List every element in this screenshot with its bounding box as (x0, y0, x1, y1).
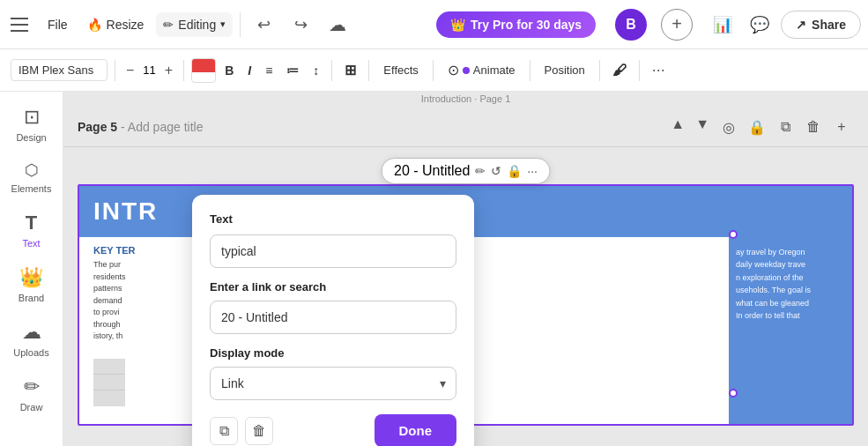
page-tag: 20 - Untitled ✏ ↺ 🔒 ··· (381, 158, 551, 184)
color-swatch (192, 59, 215, 73)
page-down-button[interactable]: ▼ (692, 115, 713, 139)
link-popup: Text Enter a link or search Display mode… (192, 195, 474, 446)
popup-search-input[interactable] (210, 301, 456, 334)
spacing-button[interactable]: ↕ (308, 60, 324, 81)
font-size-value: 11 (139, 63, 159, 77)
file-menu[interactable]: File (41, 12, 75, 37)
design-icon: ⊡ (24, 106, 40, 129)
done-button[interactable]: Done (375, 414, 457, 446)
sidebar-item-brand[interactable]: 👑 Brand (5, 259, 58, 310)
toolbar-separator-6 (530, 60, 530, 81)
add-title-label[interactable]: - Add page title (121, 120, 203, 134)
nav-divider-1 (240, 12, 241, 37)
share-button[interactable]: ↗ Share (781, 11, 861, 39)
animate-dot (463, 67, 470, 74)
uploads-label: Uploads (13, 347, 48, 358)
popup-display-mode-select[interactable]: Link Button Embed (210, 367, 456, 400)
page-tag-link-icon[interactable]: ↺ (491, 164, 501, 178)
add-collaborator-button[interactable]: + (661, 9, 693, 41)
hamburger-menu[interactable] (7, 11, 35, 39)
slide-right-text: ay travel by Oregondaily weekday traven … (729, 186, 852, 329)
page-up-button[interactable]: ▲ (667, 115, 688, 139)
popup-footer-icons: ⧉ 🗑 (210, 417, 273, 445)
editing-menu[interactable]: ✏ Editing ▾ (156, 12, 233, 37)
brand-label: Brand (19, 293, 44, 303)
sidebar-item-uploads[interactable]: ☁ Uploads (5, 314, 58, 365)
canvas-area: Introduction · Page 1 Page 5 - Add page … (63, 92, 868, 446)
toolbar-separator-3 (331, 60, 332, 81)
toolbar-separator-4 (368, 60, 369, 81)
grid-button[interactable]: ⊞ (339, 58, 361, 82)
delete-button[interactable]: 🗑 (245, 417, 273, 445)
sidebar-item-elements[interactable]: ⬡ Elements (5, 153, 58, 201)
font-family-picker[interactable]: IBM Plex Sans (11, 59, 108, 81)
sidebar: ⊡ Design ⬡ Elements T Text 👑 Brand ☁ Upl… (0, 92, 63, 446)
sidebar-item-design[interactable]: ⊡ Design (5, 99, 58, 150)
crown-icon: 👑 (450, 18, 465, 32)
font-size-increase[interactable]: + (161, 61, 176, 80)
comments-button[interactable]: 💬 (744, 9, 775, 41)
draw-label: Draw (20, 402, 43, 413)
selection-handle-top[interactable] (729, 230, 738, 239)
font-size-control: − 11 + (122, 61, 176, 80)
page-tag-more-icon[interactable]: ··· (527, 164, 538, 178)
undo-button[interactable]: ↩ (248, 9, 279, 41)
text-icon: T (26, 212, 37, 234)
page-header-icons: ▲ ▼ ◎ 🔒 ⧉ 🗑 + (667, 115, 854, 139)
resize-label: Resize (107, 18, 145, 32)
bold-button[interactable]: B (219, 60, 239, 81)
redo-button[interactable]: ↪ (285, 9, 316, 41)
try-pro-button[interactable]: 👑 Try Pro for 30 days (436, 11, 596, 38)
sidebar-item-draw[interactable]: ✏ Draw (5, 368, 58, 420)
main-area: ⊡ Design ⬡ Elements T Text 👑 Brand ☁ Upl… (0, 92, 868, 446)
edit-icon: ✏ (163, 18, 174, 32)
italic-button[interactable]: I (242, 60, 256, 81)
text-color-picker[interactable] (191, 58, 216, 83)
animate-button[interactable]: ⊙ Animate (441, 58, 523, 82)
delete-page-button[interactable]: 🗑 (801, 115, 826, 139)
resize-menu[interactable]: 🔥 Resize (80, 12, 152, 37)
popup-display-mode-wrapper: Link Button Embed ▾ (210, 367, 456, 400)
page-tag-edit-icon[interactable]: ✏ (475, 164, 486, 178)
animate-icon: ⊙ (448, 62, 459, 78)
analytics-button[interactable]: 📊 (707, 9, 738, 41)
position-button[interactable]: Position (538, 60, 592, 80)
fire-icon: 🔥 (87, 18, 102, 32)
brand-icon: 👑 (19, 266, 43, 289)
selection-handle-bottom[interactable] (729, 389, 738, 398)
sidebar-item-text[interactable]: T Text (5, 204, 58, 256)
breadcrumb: Introduction · Page 1 (421, 93, 511, 104)
slide-table (93, 359, 125, 406)
share-label: Share (812, 18, 846, 32)
copy-page-button[interactable]: ⧉ (773, 115, 798, 139)
popup-text-label: Text (210, 212, 456, 226)
copy-button[interactable]: ⧉ (210, 417, 238, 445)
font-size-decrease[interactable]: − (122, 61, 137, 80)
toolbar-separator-5 (433, 60, 434, 81)
page-tag-lock-icon[interactable]: 🔒 (507, 164, 522, 178)
align-button[interactable]: ≡ (260, 60, 278, 81)
add-page-button[interactable]: + (829, 115, 854, 139)
toolbar-separator-8 (639, 60, 640, 81)
elements-label: Elements (11, 183, 52, 194)
page-number: Page 5 (78, 120, 117, 134)
paint-format-button[interactable]: 🖌 (607, 59, 632, 82)
toolbar-separator-2 (183, 60, 184, 81)
text-label: Text (22, 238, 40, 249)
popup-display-mode-label: Display mode (210, 346, 456, 360)
page-title: Page 5 - Add page title (78, 120, 203, 134)
visibility-toggle[interactable]: ◎ (716, 115, 741, 139)
save-cloud-button[interactable]: ☁ (322, 9, 353, 41)
page-header: Page 5 - Add page title ▲ ▼ ◎ 🔒 ⧉ 🗑 + (63, 108, 868, 147)
more-options-button[interactable]: ··· (647, 57, 671, 83)
slide-container: 20 - Untitled ✏ ↺ 🔒 ··· INTR KEY TER The… (78, 151, 854, 426)
avatar[interactable]: B (615, 9, 647, 41)
animate-label: Animate (473, 63, 516, 77)
chevron-down-icon: ▾ (220, 19, 226, 30)
share-icon: ↗ (796, 18, 806, 32)
effects-button[interactable]: Effects (376, 60, 426, 80)
slide-right-column: ay travel by Oregondaily weekday traven … (729, 186, 852, 424)
list-button[interactable]: ≔ (281, 60, 304, 81)
lock-toggle[interactable]: 🔒 (745, 115, 769, 139)
popup-text-input[interactable] (210, 234, 456, 268)
